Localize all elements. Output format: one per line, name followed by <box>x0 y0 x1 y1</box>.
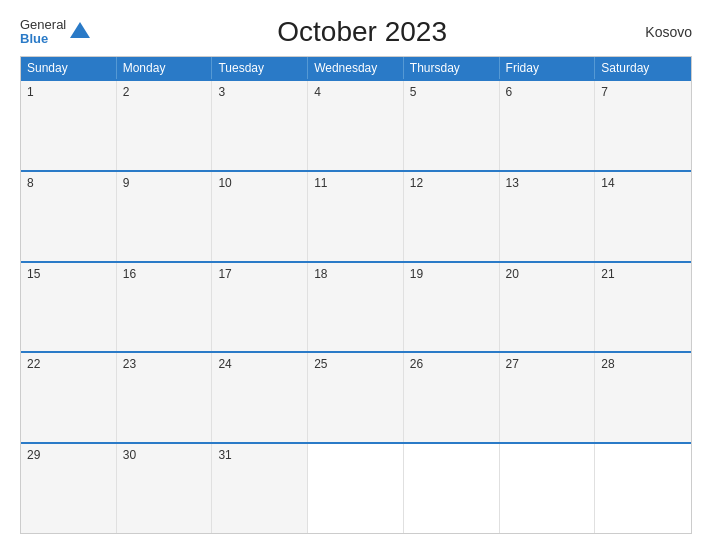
day-number: 24 <box>218 357 231 371</box>
country-label: Kosovo <box>632 24 692 40</box>
calendar-cell <box>500 444 596 533</box>
day-number: 31 <box>218 448 231 462</box>
calendar-cell: 5 <box>404 81 500 170</box>
day-number: 8 <box>27 176 34 190</box>
day-number: 12 <box>410 176 423 190</box>
calendar-week-1: 1234567 <box>21 79 691 170</box>
calendar-cell: 23 <box>117 353 213 442</box>
calendar-title: October 2023 <box>92 16 632 48</box>
day-number: 5 <box>410 85 417 99</box>
header-thursday: Thursday <box>404 57 500 79</box>
calendar-cell: 29 <box>21 444 117 533</box>
calendar-cell: 12 <box>404 172 500 261</box>
day-number: 3 <box>218 85 225 99</box>
page: General Blue October 2023 Kosovo Sunday … <box>0 0 712 550</box>
calendar-cell: 16 <box>117 263 213 352</box>
day-number: 2 <box>123 85 130 99</box>
header-monday: Monday <box>117 57 213 79</box>
calendar-cell: 15 <box>21 263 117 352</box>
header-saturday: Saturday <box>595 57 691 79</box>
calendar-cell: 30 <box>117 444 213 533</box>
calendar-header-row: Sunday Monday Tuesday Wednesday Thursday… <box>21 57 691 79</box>
day-number: 4 <box>314 85 321 99</box>
day-number: 27 <box>506 357 519 371</box>
calendar-cell: 3 <box>212 81 308 170</box>
day-number: 14 <box>601 176 614 190</box>
header: General Blue October 2023 Kosovo <box>20 16 692 48</box>
calendar-cell: 31 <box>212 444 308 533</box>
calendar-week-5: 293031 <box>21 442 691 533</box>
calendar: Sunday Monday Tuesday Wednesday Thursday… <box>20 56 692 534</box>
header-tuesday: Tuesday <box>212 57 308 79</box>
day-number: 9 <box>123 176 130 190</box>
logo-general: General <box>20 18 66 32</box>
day-number: 22 <box>27 357 40 371</box>
logo-blue: Blue <box>20 32 66 46</box>
day-number: 11 <box>314 176 327 190</box>
calendar-cell: 4 <box>308 81 404 170</box>
logo-icon <box>68 20 92 44</box>
day-number: 29 <box>27 448 40 462</box>
calendar-cell: 7 <box>595 81 691 170</box>
day-number: 25 <box>314 357 327 371</box>
calendar-week-3: 15161718192021 <box>21 261 691 352</box>
day-number: 30 <box>123 448 136 462</box>
header-sunday: Sunday <box>21 57 117 79</box>
day-number: 1 <box>27 85 34 99</box>
calendar-cell: 22 <box>21 353 117 442</box>
calendar-cell: 19 <box>404 263 500 352</box>
calendar-cell: 26 <box>404 353 500 442</box>
calendar-cell <box>404 444 500 533</box>
day-number: 18 <box>314 267 327 281</box>
calendar-cell: 8 <box>21 172 117 261</box>
day-number: 6 <box>506 85 513 99</box>
calendar-cell: 11 <box>308 172 404 261</box>
calendar-cell: 18 <box>308 263 404 352</box>
header-friday: Friday <box>500 57 596 79</box>
calendar-cell <box>308 444 404 533</box>
calendar-cell: 25 <box>308 353 404 442</box>
calendar-cell <box>595 444 691 533</box>
day-number: 16 <box>123 267 136 281</box>
calendar-cell: 27 <box>500 353 596 442</box>
day-number: 19 <box>410 267 423 281</box>
calendar-cell: 20 <box>500 263 596 352</box>
calendar-cell: 24 <box>212 353 308 442</box>
calendar-cell: 14 <box>595 172 691 261</box>
day-number: 13 <box>506 176 519 190</box>
calendar-week-2: 891011121314 <box>21 170 691 261</box>
calendar-cell: 28 <box>595 353 691 442</box>
calendar-cell: 1 <box>21 81 117 170</box>
svg-marker-0 <box>70 22 90 38</box>
day-number: 26 <box>410 357 423 371</box>
day-number: 7 <box>601 85 608 99</box>
day-number: 23 <box>123 357 136 371</box>
calendar-cell: 17 <box>212 263 308 352</box>
day-number: 15 <box>27 267 40 281</box>
calendar-cell: 10 <box>212 172 308 261</box>
logo-text: General Blue <box>20 18 66 47</box>
day-number: 28 <box>601 357 614 371</box>
day-number: 21 <box>601 267 614 281</box>
calendar-week-4: 22232425262728 <box>21 351 691 442</box>
day-number: 20 <box>506 267 519 281</box>
calendar-cell: 6 <box>500 81 596 170</box>
day-number: 10 <box>218 176 231 190</box>
header-wednesday: Wednesday <box>308 57 404 79</box>
calendar-cell: 21 <box>595 263 691 352</box>
logo: General Blue <box>20 18 92 47</box>
calendar-cell: 13 <box>500 172 596 261</box>
day-number: 17 <box>218 267 231 281</box>
calendar-cell: 9 <box>117 172 213 261</box>
calendar-cell: 2 <box>117 81 213 170</box>
calendar-body: 1234567891011121314151617181920212223242… <box>21 79 691 533</box>
